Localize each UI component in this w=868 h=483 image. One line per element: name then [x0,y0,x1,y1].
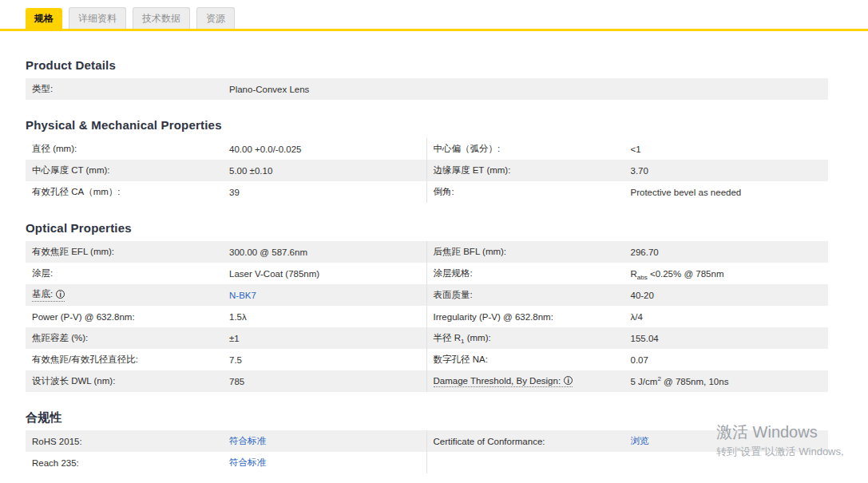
spec-label: 边缘厚度 ET (mm): [434,164,631,176]
spec-value: 300.00 @ 587.6nm [229,247,307,257]
spec-row-rohs: RoHS 2015: 符合标准 Certificate of Conforman… [26,430,828,452]
tab-details[interactable]: 详细资料 [69,7,126,29]
spec-value: λ/4 [631,312,643,322]
spec-value: 5 J/cm2 @ 785nm, 10ns [631,377,729,386]
spec-value: 155.04 [631,334,659,343]
spec-label: 有效焦距/有效孔径直径比: [32,354,229,366]
section-title-optical: Optical Properties [26,221,828,235]
spec-row-substrate: 基底: N-BK7 表面质量: 40-20 [26,284,828,306]
spec-row-type: 类型: Plano-Convex Lens [26,78,828,100]
spec-label: Reach 235: [32,458,229,468]
rohs-link[interactable]: 符合标准 [229,436,266,445]
spec-value: 1.5λ [229,312,247,322]
spec-label: 直径 (mm): [32,143,229,155]
spec-label: 类型: [32,83,229,95]
spec-row-center-thickness: 中心厚度 CT (mm): 5.00 ±0.10 边缘厚度 ET (mm): 3… [26,160,828,181]
spec-value: Protective bevel as needed [631,188,742,197]
spec-value: 7.5 [229,355,242,365]
spec-label: 中心偏（弧分）: [434,143,631,155]
spec-row-coating: 涂层: Laser V-Coat (785nm) 涂层规格: Rabs <0.2… [26,263,828,284]
spec-row-power: Power (P-V) @ 632.8nm: 1.5λ Irregularity… [26,306,828,327]
spec-label: 设计波长 DWL (nm): [32,375,229,387]
spec-value: <1 [631,145,641,154]
certificate-of-conformance-link[interactable]: 浏览 [631,436,649,445]
spec-label: 半径 R1 (mm): [434,332,631,344]
info-icon[interactable] [564,376,573,385]
spec-row-reach: Reach 235: 符合标准 [26,452,828,473]
substrate-link[interactable]: N-BK7 [229,291,256,300]
tab-bar: 规格 详细资料 技术数据 资源 [0,0,868,31]
spec-label: Certificate of Conformance: [434,437,631,446]
spec-label: 倒角: [434,186,631,198]
spec-row-diameter: 直径 (mm): 40.00 +0.0/-0.025 中心偏（弧分）: <1 [26,138,828,160]
info-icon[interactable] [56,290,65,299]
spec-label: Irregularity (P-V) @ 632.8nm: [434,312,631,322]
reach-link[interactable]: 符合标准 [229,457,266,467]
tab-specs[interactable]: 规格 [26,8,62,29]
spec-label: 基底: [32,288,229,302]
section-title-product-details: Product Details [26,58,828,72]
spec-value: Rabs <0.25% @ 785nm [631,269,724,279]
spec-row-dwl: 设计波长 DWL (nm): 785 Damage Threshold, By … [26,370,828,392]
tab-tech-data[interactable]: 技术数据 [133,7,190,29]
spec-value: 40.00 +0.0/-0.025 [229,145,301,154]
section-title-physical: Physical & Mechanical Properties [26,118,828,132]
spec-label: 有效焦距 EFL (mm): [32,246,229,258]
spec-row-focal-tolerance: 焦距容差 (%): ±1 半径 R1 (mm): 155.04 [26,327,828,349]
spec-value: 40-20 [631,291,654,300]
spec-row-efl: 有效焦距 EFL (mm): 300.00 @ 587.6nm 后焦距 BFL … [26,241,828,263]
spec-label: 后焦距 BFL (mm): [434,246,631,258]
spec-value: 5.00 ±0.10 [229,166,272,176]
spec-label: Power (P-V) @ 632.8nm: [32,312,229,322]
spec-row-f-number: 有效焦距/有效孔径直径比: 7.5 数字孔径 NA: 0.07 [26,349,828,370]
spec-label: 表面质量: [434,289,631,301]
spec-value: Plano-Convex Lens [229,85,309,94]
spec-value: Laser V-Coat (785nm) [229,269,319,279]
spec-label: RoHS 2015: [32,437,229,446]
spec-value: 39 [229,188,240,197]
spec-label: 有效孔径 CA（mm）: [32,186,229,198]
spec-label: 中心厚度 CT (mm): [32,164,229,176]
spec-label: 涂层: [32,267,229,279]
spec-content: Product Details 类型: Plano-Convex Lens Ph… [26,58,828,473]
spec-row-clear-aperture: 有效孔径 CA（mm）: 39 倒角: Protective bevel as … [26,181,828,203]
spec-label: 涂层规格: [434,267,631,279]
section-title-compliance: 合规性 [26,410,828,424]
tab-resources[interactable]: 资源 [196,7,235,29]
spec-value: 0.07 [631,355,648,365]
spec-value: 785 [229,377,244,386]
spec-value: 296.70 [631,247,659,257]
spec-label: Damage Threshold, By Design: [434,376,631,387]
spec-label: 焦距容差 (%): [32,332,229,344]
spec-label: 数字孔径 NA: [434,354,631,366]
spec-value: ±1 [229,334,240,343]
spec-value: 3.70 [631,166,648,176]
